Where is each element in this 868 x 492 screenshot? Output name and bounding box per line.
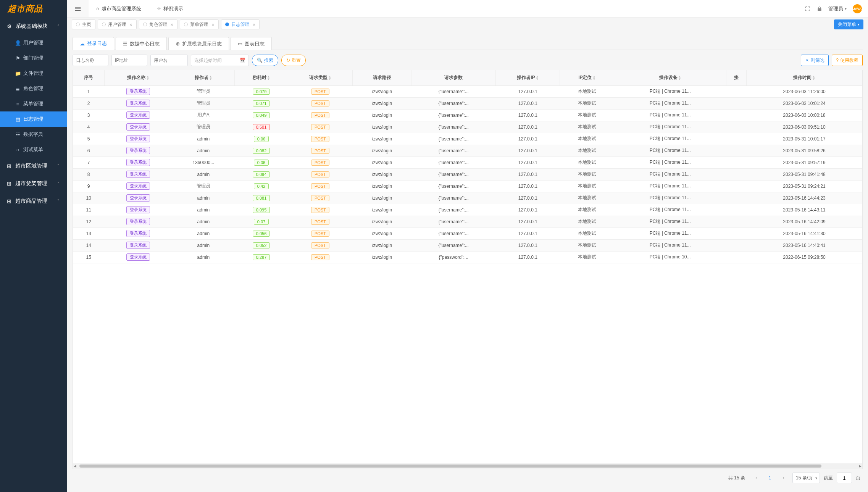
tutorial-button[interactable]: ? 使用教程 <box>832 55 863 66</box>
cell-device: PC端 | Chrome 11... <box>614 97 726 109</box>
jump-page-input[interactable] <box>837 473 852 483</box>
date-picker[interactable]: 选择起始时间 📅 <box>191 55 249 66</box>
page-tab-菜单管理[interactable]: 菜单管理× <box>180 19 219 29</box>
cell-name: 登录系统 <box>104 216 172 227</box>
ip-input[interactable] <box>111 55 147 66</box>
column-操作者IP[interactable]: 操作者IP▲▼ <box>496 70 560 85</box>
cost-tag: 0.049 <box>253 112 270 118</box>
cell-param: {"username":... <box>411 133 496 145</box>
sidebar-item-日志管理[interactable]: ▤日志管理 <box>0 111 67 127</box>
sort-icon: ▲▼ <box>592 75 595 81</box>
scrollbar-thumb[interactable] <box>79 465 821 468</box>
sidebar-item-部门管理[interactable]: ⚑部门管理 <box>0 50 67 66</box>
hamburger-button[interactable] <box>67 0 89 17</box>
cell-path: /zwz/login <box>353 216 411 227</box>
next-page-button[interactable]: › <box>779 473 789 483</box>
page-tab-label: 主页 <box>82 21 91 28</box>
log-name-input[interactable] <box>73 55 108 66</box>
search-button[interactable]: 🔍 搜索 <box>252 55 278 66</box>
scroll-right-icon[interactable]: ▶ <box>858 464 862 468</box>
cell-operator: 管理员 <box>172 121 235 133</box>
cell-param: {"username":... <box>411 227 496 239</box>
column-秒耗时[interactable]: 秒耗时▲▼ <box>235 70 288 85</box>
column-IP定位[interactable]: IP定位▲▼ <box>560 70 614 85</box>
close-icon[interactable]: × <box>253 22 256 27</box>
content-tab-登录日志[interactable]: ☁登录日志 <box>73 37 114 50</box>
sidebar-item-label: 数据字典 <box>23 131 43 138</box>
table-scroll[interactable]: 序号操作名称▲▼操作者▲▼秒耗时▲▼请求类型▲▼请求路径请求参数操作者IP▲▼I… <box>73 70 862 463</box>
name-tag: 登录系统 <box>126 88 150 95</box>
content-tabs: ☁登录日志☰数据中心日志⊕扩展模块展示日志▭图表日志 <box>73 37 863 50</box>
fullscreen-icon[interactable] <box>805 6 811 12</box>
column-操作者[interactable]: 操作者▲▼ <box>172 70 235 85</box>
sidebar-group-超市区域管理[interactable]: ⊞超市区域管理˅ <box>0 157 67 175</box>
page-tab-日志管理[interactable]: 日志管理× <box>221 19 260 29</box>
cell-location: 本地测试 <box>560 156 614 168</box>
prev-page-button[interactable]: ‹ <box>751 473 761 483</box>
close-menu-button[interactable]: 关闭菜单 ▾ <box>834 19 863 29</box>
page-size-select[interactable]: 15 条/页 <box>792 473 820 483</box>
sidebar-item-菜单管理[interactable]: ≡菜单管理 <box>0 96 67 111</box>
close-icon[interactable]: × <box>171 22 174 27</box>
type-tag: POST <box>311 124 329 130</box>
sort-icon: ▲▼ <box>267 75 270 81</box>
cost-tag: 0.42 <box>254 183 269 189</box>
horizontal-scrollbar[interactable]: ◀ ▶ <box>73 463 862 469</box>
type-tag: POST <box>311 89 329 95</box>
cell-time: 2022-06-15 09:28:50 <box>747 251 862 263</box>
username-input[interactable] <box>150 55 188 66</box>
cell-device: PC端 | Chrome 11... <box>614 156 726 168</box>
cost-tag: 0.501 <box>253 124 270 130</box>
column-操作名称[interactable]: 操作名称▲▼ <box>104 70 172 85</box>
column-请求类型[interactable]: 请求类型▲▼ <box>288 70 353 85</box>
user-dropdown[interactable]: 管理员 ▾ <box>828 5 847 12</box>
sidebar-item-测试菜单[interactable]: ○测试菜单 <box>0 142 67 157</box>
user-label: 管理员 <box>828 5 843 12</box>
sidebar-item-数据字典[interactable]: ☷数据字典 <box>0 127 67 142</box>
avatar[interactable]: JAVA <box>853 4 862 13</box>
sidebar-group-超市货架管理[interactable]: ⊞超市货架管理˅ <box>0 175 67 192</box>
close-icon[interactable]: × <box>129 22 132 27</box>
cell-time: 2023-05-31 10:01:17 <box>747 133 862 145</box>
sidebar-group-超市商品管理[interactable]: ⊞超市商品管理˅ <box>0 192 67 210</box>
page-tab-角色管理[interactable]: 角色管理× <box>139 19 178 29</box>
cell-time: 2023-05-16 14:44:23 <box>747 192 862 204</box>
page-tab-label: 日志管理 <box>231 21 250 28</box>
reset-label: 重置 <box>292 57 301 64</box>
sidebar-item-角色管理[interactable]: ≣角色管理 <box>0 81 67 96</box>
top-tab-超市商品管理系统[interactable]: ⌂超市商品管理系统 <box>89 0 149 17</box>
top-tab-样例演示[interactable]: ✧样例演示 <box>149 0 191 17</box>
page-tab-用户管理[interactable]: 用户管理× <box>98 19 137 29</box>
page-number[interactable]: 1 <box>765 473 775 483</box>
cell-location: 本地测试 <box>560 109 614 121</box>
sidebar-item-用户管理[interactable]: 👤用户管理 <box>0 35 67 50</box>
cell-path: /zwz/login <box>353 239 411 251</box>
sidebar-item-label: 用户管理 <box>23 39 43 46</box>
folder-icon: 📁 <box>15 71 20 76</box>
columns-button[interactable]: ☀ 列筛选 <box>801 55 829 66</box>
content-tab-图表日志[interactable]: ▭图表日志 <box>231 37 272 50</box>
lock-icon[interactable] <box>817 6 822 11</box>
menu-icon <box>74 5 82 13</box>
scroll-left-icon[interactable]: ◀ <box>73 464 77 468</box>
dot-icon: ○ <box>15 147 20 153</box>
reset-button[interactable]: ↻ 重置 <box>281 55 306 66</box>
sidebar-item-文件管理[interactable]: 📁文件管理 <box>0 66 67 81</box>
chevron-down-icon: ˅ <box>57 181 60 186</box>
cell-param: {"username":... <box>411 85 496 97</box>
close-icon[interactable]: × <box>211 22 215 27</box>
type-tag: POST <box>311 254 329 260</box>
column-请求参数: 请求参数 <box>411 70 496 85</box>
cell-ip: 127.0.0.1 <box>496 97 560 109</box>
cell-index: 4 <box>73 121 104 133</box>
cell-index: 8 <box>73 168 104 180</box>
cell-path: /zwz/login <box>353 204 411 216</box>
content-tab-扩展模块展示日志[interactable]: ⊕扩展模块展示日志 <box>168 37 229 50</box>
group-label: 超市商品管理 <box>15 198 47 205</box>
column-操作时间[interactable]: 操作时间▲▼ <box>747 70 862 85</box>
column-操作设备[interactable]: 操作设备▲▼ <box>614 70 726 85</box>
sidebar-group-系统基础模块[interactable]: ⚙系统基础模块˄ <box>0 18 67 35</box>
table-row: 3 登录系统 用户A 0.049 POST /zwz/login {"usern… <box>73 109 862 121</box>
page-tab-主页[interactable]: 主页 <box>72 19 95 29</box>
content-tab-数据中心日志[interactable]: ☰数据中心日志 <box>116 37 167 50</box>
